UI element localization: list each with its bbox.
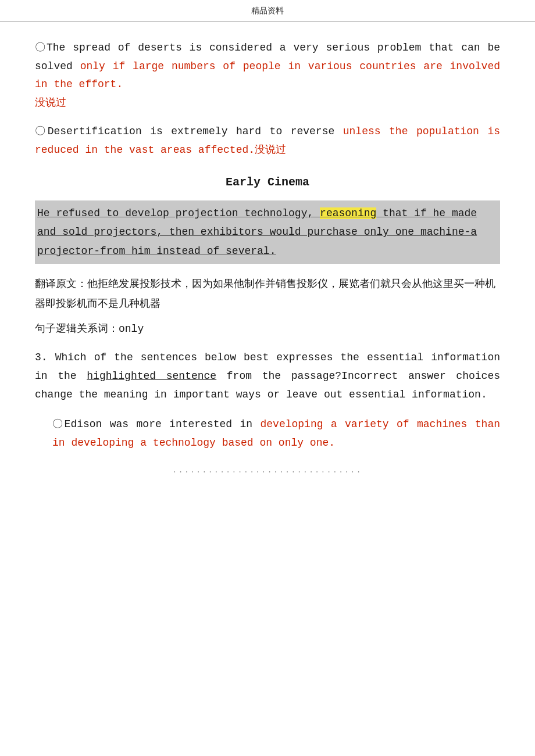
item2-paragraph: 〇Desertification is extremely hard to re…: [35, 123, 500, 159]
item2-text-before: Desertification is extremely hard to rev…: [48, 126, 343, 137]
dotted-line: ................................: [35, 467, 500, 475]
translation-text: 翻译原文：他拒绝发展投影技术，因为如果他制作并销售投影仪，展览者们就只会从他这里…: [35, 278, 495, 310]
bullet-2: 〇: [35, 126, 48, 137]
item1-paragraph: 〇The spread of deserts is considered a v…: [35, 39, 500, 112]
item1-no-said: 没说过: [35, 97, 66, 109]
item2-no-said: 没说过: [255, 144, 286, 156]
logic-keyword-text: 句子逻辑关系词：only: [35, 323, 144, 335]
highlighted-passage: He refused to develop projection technol…: [35, 200, 500, 264]
bullet-1: 〇: [35, 42, 47, 53]
bullet-a: 〇: [52, 418, 65, 430]
section-block-deserts: 〇The spread of deserts is considered a v…: [35, 39, 500, 159]
question-number: 3.: [35, 352, 48, 363]
page-content: 〇The spread of deserts is considered a v…: [0, 22, 535, 498]
section-title-cinema: Early Cinema: [35, 175, 500, 189]
highlighted-sentence-ref: highlighted sentence: [87, 370, 216, 382]
answer-a-text-before: Edison was more interested in: [65, 418, 261, 430]
page-header: 精品资料: [0, 0, 535, 22]
question-block: 3. Which of the sentences below best exp…: [35, 348, 500, 404]
header-title: 精品资料: [251, 6, 284, 16]
highlighted-keyword: reasoning: [320, 207, 376, 219]
logic-keyword-block: 句子逻辑关系词：only: [35, 321, 500, 335]
translation-block: 翻译原文：他拒绝发展投影技术，因为如果他制作并销售投影仪，展览者们就只会从他这里…: [35, 274, 500, 314]
highlighted-part1: He refused to develop projection technol…: [37, 207, 320, 219]
highlighted-sentence-block: He refused to develop projection technol…: [35, 200, 500, 264]
item1-text-red: only if large numbers of people in vario…: [35, 60, 500, 91]
answer-a-item: 〇Edison was more interested in developin…: [52, 415, 500, 453]
